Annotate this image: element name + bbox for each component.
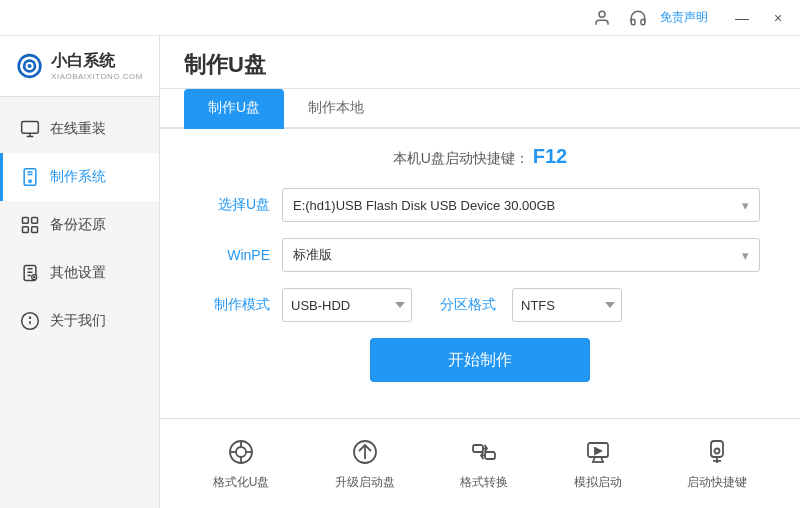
sidebar-item-about-us[interactable]: 关于我们 [0, 297, 159, 345]
boot-shortcut-label: 启动快捷键 [687, 474, 747, 491]
logo-name: 小白系统 [51, 51, 143, 72]
form-area: 本机U盘启动快捷键： F12 选择U盘 E:(hd1)USB Flash Dis… [160, 129, 800, 418]
content-area: 制作U盘 制作U盘 制作本地 本机U盘启动快捷键： F12 选择U盘 E:(hd… [160, 36, 800, 508]
svg-rect-6 [22, 122, 39, 134]
headset-icon[interactable] [624, 4, 652, 32]
format-usb-icon [225, 436, 257, 468]
simulate-boot-label: 模拟启动 [574, 474, 622, 491]
select-usb-value: E:(hd1)USB Flash Disk USB Device 30.00GB [293, 198, 555, 213]
shortcut-key: F12 [533, 145, 567, 167]
shortcut-hint: 本机U盘启动快捷键： F12 [200, 145, 760, 168]
boot-shortcut-icon [701, 436, 733, 468]
logo-icon [16, 48, 43, 84]
tab-make-local[interactable]: 制作本地 [284, 89, 388, 129]
logo-area: 小白系统 XIAOBAIXITONG.COM [0, 36, 159, 97]
svg-rect-12 [32, 218, 38, 224]
svg-point-0 [599, 11, 605, 17]
svg-rect-30 [473, 445, 483, 452]
sidebar-item-label: 其他设置 [50, 264, 106, 282]
logo-text: 小白系统 XIAOBAIXITONG.COM [51, 51, 143, 81]
sidebar-item-backup-restore[interactable]: 备份还原 [0, 201, 159, 249]
sidebar-item-label: 在线重装 [50, 120, 106, 138]
about-us-icon [20, 311, 40, 331]
partition-label: 分区格式 [440, 296, 496, 314]
sidebar-item-other-settings[interactable]: 其他设置 [0, 249, 159, 297]
format-usb-button[interactable]: 格式化U盘 [203, 430, 280, 497]
upgrade-boot-icon [349, 436, 381, 468]
online-reinstall-icon [20, 119, 40, 139]
winpe-value: 标准版 [293, 246, 332, 264]
page-header: 制作U盘 [160, 36, 800, 89]
svg-point-23 [236, 447, 246, 457]
bottom-toolbar: 格式化U盘 升级启动盘 [160, 418, 800, 508]
tabs: 制作U盘 制作本地 [160, 89, 800, 129]
page-title: 制作U盘 [184, 52, 266, 77]
title-bar: 免责声明 — × [0, 0, 800, 36]
minimize-button[interactable]: — [728, 4, 756, 32]
close-button[interactable]: × [764, 4, 792, 32]
sidebar-item-make-system[interactable]: 制作系统 [0, 153, 159, 201]
free-declaration-link[interactable]: 免责声明 [660, 9, 708, 26]
shortcut-hint-text: 本机U盘启动快捷键： [393, 150, 529, 166]
make-system-icon [20, 167, 40, 187]
format-convert-button[interactable]: 格式转换 [450, 430, 518, 497]
main-layout: 小白系统 XIAOBAIXITONG.COM 在线重装 [0, 36, 800, 508]
svg-point-5 [28, 64, 32, 68]
winpe-dropdown[interactable]: 标准版 [282, 238, 760, 272]
svg-rect-14 [32, 227, 38, 233]
simulate-boot-button[interactable]: 模拟启动 [564, 430, 632, 497]
sidebar-item-label: 关于我们 [50, 312, 106, 330]
sidebar-menu: 在线重装 制作系统 [0, 97, 159, 508]
upgrade-boot-label: 升级启动盘 [335, 474, 395, 491]
backup-restore-icon [20, 215, 40, 235]
mode-select[interactable]: USB-HDD USB-ZIP [282, 288, 412, 322]
format-convert-icon [468, 436, 500, 468]
logo-sub: XIAOBAIXITONG.COM [51, 72, 143, 81]
partition-select[interactable]: NTFS FAT32 [512, 288, 622, 322]
select-usb-label: 选择U盘 [200, 196, 270, 214]
title-bar-icons: 免责声明 — × [588, 4, 792, 32]
sidebar-item-label: 备份还原 [50, 216, 106, 234]
start-make-button[interactable]: 开始制作 [370, 338, 590, 382]
format-convert-label: 格式转换 [460, 474, 508, 491]
svg-point-8 [29, 180, 32, 183]
select-usb-row: 选择U盘 E:(hd1)USB Flash Disk USB Device 30… [200, 188, 760, 222]
svg-point-37 [715, 449, 720, 454]
select-usb-dropdown[interactable]: E:(hd1)USB Flash Disk USB Device 30.00GB [282, 188, 760, 222]
mode-label: 制作模式 [200, 296, 270, 314]
user-icon[interactable] [588, 4, 616, 32]
other-settings-icon [20, 263, 40, 283]
sidebar: 小白系统 XIAOBAIXITONG.COM 在线重装 [0, 36, 160, 508]
svg-rect-31 [485, 452, 495, 459]
svg-rect-13 [23, 227, 29, 233]
simulate-boot-icon [582, 436, 614, 468]
sidebar-item-online-reinstall[interactable]: 在线重装 [0, 105, 159, 153]
format-usb-label: 格式化U盘 [213, 474, 270, 491]
upgrade-boot-button[interactable]: 升级启动盘 [325, 430, 405, 497]
winpe-label: WinPE [200, 247, 270, 263]
tab-make-usb[interactable]: 制作U盘 [184, 89, 284, 129]
svg-rect-11 [23, 218, 29, 224]
sidebar-item-label: 制作系统 [50, 168, 106, 186]
mode-partition-row: 制作模式 USB-HDD USB-ZIP 分区格式 NTFS FAT32 [200, 288, 760, 322]
boot-shortcut-button[interactable]: 启动快捷键 [677, 430, 757, 497]
winpe-row: WinPE 标准版 [200, 238, 760, 272]
